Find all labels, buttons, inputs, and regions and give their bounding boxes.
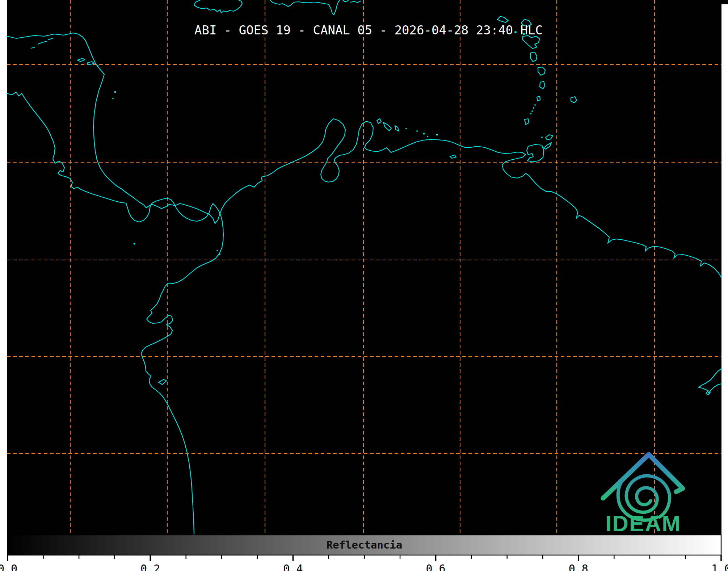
figure-canvas: ABI - GOES 19 - CANAL 05 - 2026-04-28 23… <box>0 0 728 571</box>
colorbar: 0.00.20.40.60.81.0 Reflectancia <box>0 535 728 571</box>
colorbar-tick-label: 0.4 <box>283 562 303 571</box>
satellite-image-figure: ABI - GOES 19 - CANAL 05 - 2026-04-28 23… <box>0 0 728 571</box>
colorbar-tick-label: 1.0 <box>711 562 728 571</box>
colorbar-tick-label: 0.6 <box>426 562 446 571</box>
ideam-wordmark: IDEAM <box>605 511 681 536</box>
colorbar-title: Reflectancia <box>327 539 403 551</box>
colorbar-tick-labels: 0.00.20.40.60.81.0 <box>0 562 728 571</box>
colorbar-ticks <box>8 555 721 561</box>
colorbar-tick-label: 0.2 <box>140 562 160 571</box>
map-area <box>7 0 721 535</box>
colorbar-tick-label: 0.8 <box>569 562 588 571</box>
colorbar-tick-label: 0.0 <box>0 562 17 571</box>
image-title: ABI - GOES 19 - CANAL 05 - 2026-04-28 23… <box>194 23 543 37</box>
top-right-corner-patch <box>721 0 728 4</box>
